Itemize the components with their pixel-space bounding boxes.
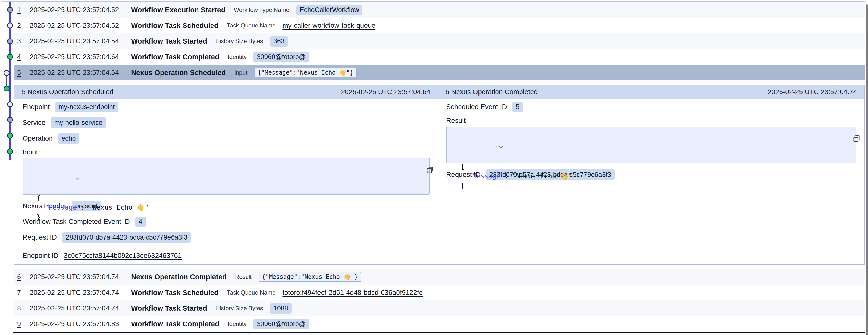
event-name: Workflow Execution Started <box>131 6 225 14</box>
event-attr-value-badge: 30960@totoro@ <box>253 52 309 62</box>
next-row-edge <box>14 333 865 335</box>
event-id-link[interactable]: 9 <box>17 320 25 328</box>
event-row-7[interactable]: 7 2025-02-25 UTC 23:57:04.74 Workflow Ta… <box>14 285 865 301</box>
event-id-link[interactable]: 7 <box>17 289 25 297</box>
event-timestamp: 2025-02-25 UTC 23:57:04.74 <box>30 289 126 297</box>
event-name: Nexus Operation Scheduled <box>131 69 226 77</box>
task-queue-link[interactable]: my-caller-workflow-task-queue <box>282 22 375 29</box>
input-code-viewer: { "Message": "Nexus Echo 👋" } <box>23 158 430 195</box>
event-attr-label: Task Queue Name <box>227 22 276 29</box>
detail-header: 6 Nexus Operation Completed 2025-02-25 U… <box>438 85 864 99</box>
event-row-2[interactable]: 2 2025-02-25 UTC 23:57:04.52 Workflow Ta… <box>14 18 865 33</box>
event-row-3[interactable]: 3 2025-02-25 UTC 23:57:04.54 Workflow Ta… <box>14 33 865 49</box>
event-name: Workflow Task Scheduled <box>131 289 219 297</box>
event-detail-panel: 5 Nexus Operation Scheduled 2025-02-25 U… <box>14 85 865 265</box>
detail-title: 5 Nexus Operation Scheduled <box>22 88 114 96</box>
detail-column-nexus-completed: 6 Nexus Operation Completed 2025-02-25 U… <box>438 85 864 264</box>
event-row-4[interactable]: 4 2025-02-25 UTC 23:57:04.64 Workflow Ta… <box>14 49 865 65</box>
detail-body: Endpoint my-nexus-endpoint Service my-he… <box>14 99 438 264</box>
json-content: { "Message": "Nexus Echo 👋" } <box>37 193 424 222</box>
json-value: "Nexus Echo 👋" <box>512 172 572 180</box>
event-attr-value-json-badge: {"Message":"Nexus Echo 👋"} <box>254 68 357 78</box>
timeline-dot-event-6 <box>4 86 9 91</box>
event-row-1[interactable]: 1 2025-02-25 UTC 23:57:04.52 Workflow Ex… <box>14 2 865 18</box>
event-timestamp: 2025-02-25 UTC 23:57:04.64 <box>30 53 126 61</box>
field-result-label: Result <box>446 115 856 127</box>
event-attr-label: History Size Bytes <box>215 38 263 45</box>
timeline-dot-event-10 <box>7 148 13 154</box>
copy-icon[interactable] <box>414 162 425 173</box>
task-queue-link[interactable]: totoro:f494fecf-2d51-4d48-bdcd-036a0f912… <box>282 289 423 297</box>
event-timestamp: 2025-02-25 UTC 23:57:04.74 <box>30 304 126 312</box>
field-operation: Operation echo <box>23 131 430 146</box>
vertical-scrollbar[interactable] <box>866 4 868 335</box>
detail-body: Scheduled Event ID 5 Result { "Message":… <box>438 99 864 264</box>
event-attr-label: Identity <box>228 53 247 60</box>
event-id-link[interactable]: 8 <box>17 305 25 312</box>
event-timestamp: 2025-02-25 UTC 23:57:04.54 <box>30 37 126 45</box>
copy-icon[interactable] <box>841 131 852 141</box>
detail-column-nexus-scheduled: 5 Nexus Operation Scheduled 2025-02-25 U… <box>14 85 438 264</box>
detail-timestamp: 2025-02-25 UTC 23:57:04.74 <box>768 88 857 96</box>
event-name: Workflow Task Scheduled <box>131 22 219 30</box>
event-id-link[interactable]: 1 <box>17 6 25 14</box>
detail-timestamp: 2025-02-25 UTC 23:57:04.64 <box>341 88 430 96</box>
result-code-viewer: { "Message": "Nexus Echo 👋" } <box>446 127 856 163</box>
json-content: { "Message": "Nexus Echo 👋" } <box>461 162 851 190</box>
event-name: Nexus Operation Completed <box>131 273 227 281</box>
top-border <box>2 1 865 2</box>
event-id-link[interactable]: 3 <box>17 37 25 45</box>
field-value-badge: my-hello-service <box>51 117 106 128</box>
json-key: "Message" <box>45 203 81 211</box>
field-label: Service <box>23 119 45 127</box>
field-value-badge: 5 <box>513 102 523 112</box>
event-attr-label: Task Queue Name <box>227 289 276 296</box>
event-id-link[interactable]: 5 <box>17 69 25 77</box>
detail-title: 6 Nexus Operation Completed <box>445 88 538 96</box>
chevron-down-icon[interactable] <box>450 133 504 162</box>
event-row-6[interactable]: 6 2025-02-25 UTC 23:57:04.74 Nexus Opera… <box>14 269 865 285</box>
event-timestamp: 2025-02-25 UTC 23:57:04.83 <box>30 320 126 328</box>
field-label: Endpoint <box>23 103 50 111</box>
field-label: Endpoint ID <box>23 252 58 259</box>
workflow-history-view: 1 2025-02-25 UTC 23:57:04.52 Workflow Ex… <box>0 0 868 335</box>
json-value: "Nexus Echo 👋" <box>89 203 149 211</box>
field-label: Operation <box>23 134 53 142</box>
event-timestamp: 2025-02-25 UTC 23:57:04.52 <box>30 22 126 29</box>
timeline-dot-event-8 <box>7 117 13 123</box>
event-name: Workflow Task Started <box>131 37 207 45</box>
event-row-5-selected[interactable]: 5 2025-02-25 UTC 23:57:04.64 Nexus Opera… <box>14 65 865 80</box>
timeline-dot-event-5 <box>4 70 9 76</box>
chevron-down-icon[interactable] <box>27 165 80 194</box>
field-value-badge: my-nexus-endpoint <box>55 102 118 112</box>
json-key: "Message" <box>469 172 504 180</box>
detail-header: 5 Nexus Operation Scheduled 2025-02-25 U… <box>14 85 438 99</box>
field-scheduled-event-id: Scheduled Event ID 5 <box>446 99 856 115</box>
timeline-dot-event-4 <box>7 54 13 60</box>
event-timestamp: 2025-02-25 UTC 23:57:04.74 <box>30 273 126 281</box>
event-attr-label: Workflow Type Name <box>234 6 289 13</box>
event-id-link[interactable]: 6 <box>17 273 25 281</box>
timeline-dot-event-1 <box>7 7 13 13</box>
endpoint-id-link[interactable]: 3c0c75ccfa8144b092c13ce632463761 <box>64 252 182 259</box>
field-input-label: Input <box>23 146 430 158</box>
event-row-8[interactable]: 8 2025-02-25 UTC 23:57:04.74 Workflow Ta… <box>14 301 865 316</box>
event-attr-label: Identity <box>228 320 247 327</box>
field-service: Service my-hello-service <box>23 115 430 131</box>
field-label: Scheduled Event ID <box>446 103 507 111</box>
event-name: Workflow Task Started <box>131 304 207 312</box>
event-timestamp: 2025-02-25 UTC 23:57:04.52 <box>30 6 126 14</box>
timeline-dot-event-3 <box>7 38 13 44</box>
event-attr-value-badge: 30960@totoro@ <box>253 319 309 329</box>
event-id-link[interactable]: 2 <box>17 22 25 29</box>
timeline-dot-event-7 <box>7 101 13 107</box>
event-row-9[interactable]: 9 2025-02-25 UTC 23:57:04.83 Workflow Ta… <box>14 316 865 332</box>
event-timestamp: 2025-02-25 UTC 23:57:04.64 <box>30 69 126 77</box>
field-endpoint: Endpoint my-nexus-endpoint <box>23 99 430 115</box>
event-id-link[interactable]: 4 <box>17 53 25 61</box>
event-attr-label: Input <box>234 69 247 76</box>
event-name: Workflow Task Completed <box>131 53 219 61</box>
timeline-dot-event-2 <box>7 23 13 28</box>
event-attr-value-badge: EchoCallerWorkflow <box>296 5 363 15</box>
timeline-dot-event-9 <box>7 133 13 139</box>
